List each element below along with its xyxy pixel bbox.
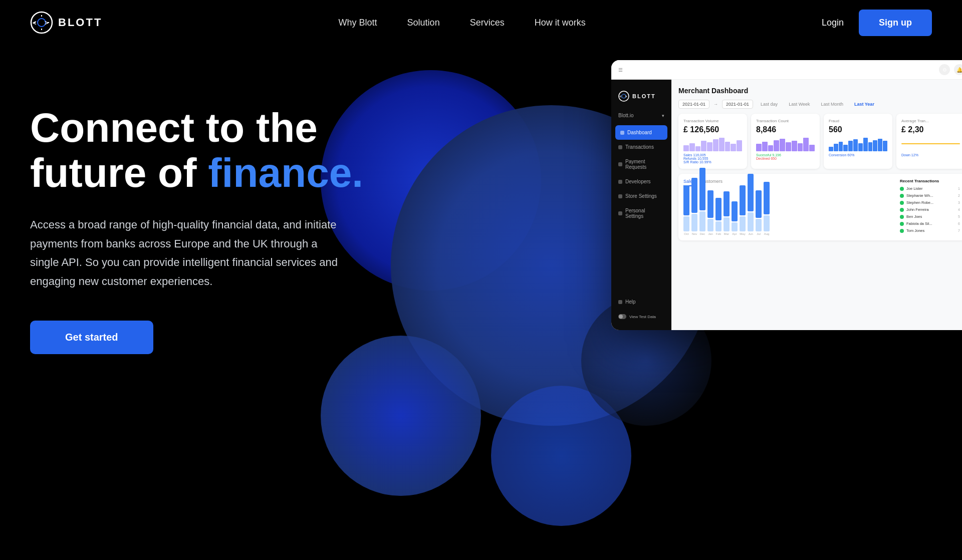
transaction-dot [900,208,904,212]
dash-nav-developers-label: Developers [625,179,651,184]
logo[interactable]: < > BLOTT [30,11,102,34]
card-label: Transaction Volume [683,119,742,123]
dash-nav-transactions-label: Transactions [625,144,654,150]
card-label: Transaction Count [756,119,815,123]
login-button[interactable]: Login [822,18,844,28]
dash-nav-payment-requests[interactable]: Payment Requests [611,154,671,174]
transaction-item: Ben Joes5 [900,214,960,219]
bar-col-secondary [724,217,730,231]
bar-group: Dec [699,168,705,235]
dash-chart-tabs: Sales Customers [683,179,895,186]
period-last-year[interactable]: Last Year [851,100,878,108]
dash-nav-dot [620,131,624,135]
card-label: Average Tran... [901,119,960,123]
bar-col-secondary [707,219,713,231]
card-sub2: Declined 650 [756,157,815,160]
notification-icon[interactable]: 🔔 [954,64,962,75]
hero-title-line1: Connect to the [30,105,318,150]
card-sub1: Sucessful 9,196 [756,153,815,157]
period-last-day[interactable]: Last day [757,100,781,108]
date-to-input[interactable]: 2021-01-01 [722,100,753,109]
settings-icon[interactable]: ⚙ [939,64,950,75]
dash-logo-icon: < > [618,91,629,102]
date-from-input[interactable]: 2021-01-01 [678,100,709,109]
dash-nav-dot [618,194,622,198]
transaction-dot [900,229,904,233]
bar-label: Aug [764,232,770,235]
transaction-name: Stephanie Wh... [906,193,933,198]
transaction-number: 6 [958,222,960,225]
dash-nav-store-settings-label: Store Settings [625,193,657,199]
dash-nav-transactions[interactable]: Transactions [611,140,671,154]
bar-col-primary [756,190,762,218]
hero-description: Access a broad range of high-quality fin… [30,215,341,291]
svg-text:>: > [625,95,627,98]
period-last-month[interactable]: Last Month [817,100,847,108]
bar-group: Feb [715,198,722,235]
dash-nav-dot [618,211,622,215]
bar-label: Apr [732,232,737,235]
nav-item-why-blott[interactable]: Why Blott [339,18,377,28]
nav-item-services[interactable]: Services [470,18,505,28]
bar-label: May [740,232,745,235]
transaction-name: Joe Lister [906,186,923,191]
nav-actions: Login Sign up [822,10,932,36]
svg-text:<: < [620,95,622,98]
bar-label: Nov [692,232,697,235]
dash-nav-developers[interactable]: Developers [611,174,671,189]
view-test-data[interactable]: View Test Data [611,309,671,324]
bar-col-secondary [740,216,746,231]
bar-col-primary [764,182,770,214]
dash-org-name: Blott.io [618,113,634,118]
card-avg-transaction: Average Tran... £ 2,30 Down 12% [896,114,962,169]
signup-button[interactable]: Sign up [859,10,932,36]
dash-cards: Transaction Volume £ 126,560 [678,114,962,169]
bar-col-primary [748,174,754,211]
dash-main-title: Merchant Dashboard [678,87,748,95]
transaction-name: Stephen Robe... [906,200,933,205]
dash-date-row: 2021-01-01 → 2021-01-01 Last day Last We… [678,100,962,109]
nav-item-solution[interactable]: Solution [407,18,440,28]
bar-col-primary [715,198,722,220]
dash-nav-store-settings[interactable]: Store Settings [611,189,671,203]
dashboard-mockup: ☰ ⚙ 🔔 < > BLOTT Blott.i [611,60,962,330]
mini-chart-fraud [829,136,887,151]
dash-org-chevron: ▾ [662,113,664,118]
card-sub1: Conversion 60% [829,153,887,157]
bar-group: Nov [691,178,697,235]
dash-nav-dashboard-label: Dashboard [627,130,652,135]
bar-col-primary [699,168,705,210]
transaction-number: 3 [958,201,960,204]
bar-col-primary [724,191,730,216]
date-separator: → [713,102,718,107]
dash-main: Merchant Dashboard 2021-01-01 → 2021-01-… [671,80,962,330]
card-fraud: Fraud 560 [824,114,892,169]
transaction-item: Stephanie Wh...2 [900,193,960,198]
bar-group: Jun [748,174,754,235]
bar-col-secondary [732,222,738,231]
bar-col-secondary [756,219,762,231]
bar-col-secondary [699,211,705,231]
get-started-button[interactable]: Get started [30,321,153,354]
bar-col-primary [740,185,746,215]
bar-chart: OctNovDecJanFebMarAprMayJunJulAug [683,190,895,235]
svg-text:>: > [45,19,49,27]
nav-item-how-it-works[interactable]: How it works [535,18,586,28]
dash-nav-personal-settings-label: Personal Settings [625,208,664,219]
blob-4 [491,386,631,526]
card-sub1: Down 12% [901,153,960,157]
period-last-week[interactable]: Last Week [785,100,813,108]
transaction-number: 2 [958,194,960,197]
dash-logo: < > BLOTT [611,86,671,107]
dash-bottom: Sales Customers OctNovDecJanFebMarAprMay… [678,174,962,240]
dash-nav-dot [618,300,622,304]
dash-org[interactable]: Blott.io ▾ [611,110,671,121]
hero-title-accent: finance. [208,150,363,195]
dash-nav-personal-settings[interactable]: Personal Settings [611,203,671,223]
card-value: £ 2,30 [901,125,960,134]
dash-nav-dot [618,145,622,149]
dash-nav-dashboard[interactable]: Dashboard [615,125,667,140]
bar-col-primary [683,185,689,215]
dash-nav-help[interactable]: Help [611,295,671,309]
card-label: Fraud [829,119,887,123]
